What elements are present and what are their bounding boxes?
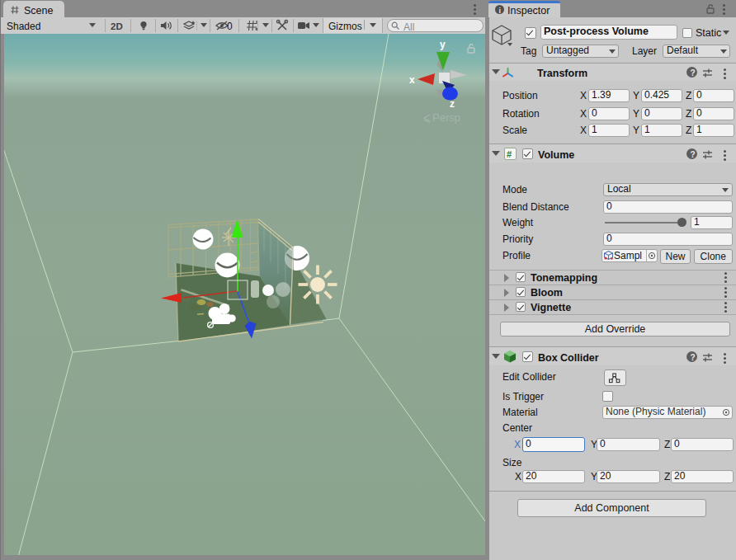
- svg-text:z: z: [450, 98, 455, 110]
- svg-text:y: y: [440, 39, 446, 50]
- svg-text:x: x: [409, 74, 415, 86]
- svg-text:Persp: Persp: [432, 111, 460, 124]
